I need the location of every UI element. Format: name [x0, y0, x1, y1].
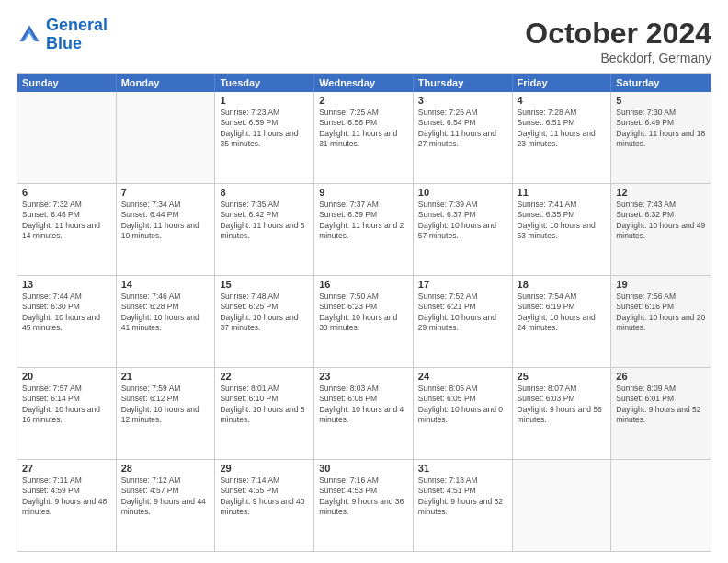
calendar-cell-1-0: 6Sunrise: 7:32 AM Sunset: 6:46 PM Daylig…	[17, 184, 117, 275]
calendar-row-4: 27Sunrise: 7:11 AM Sunset: 4:59 PM Dayli…	[17, 459, 711, 551]
day-number-8: 8	[220, 187, 309, 198]
calendar-cell-1-3: 9Sunrise: 7:37 AM Sunset: 6:39 PM Daylig…	[314, 184, 414, 275]
weekday-thursday: Thursday	[414, 74, 513, 92]
location: Beckdorf, Germany	[525, 51, 711, 65]
day-number-21: 21	[121, 371, 210, 382]
calendar-cell-2-6: 19Sunrise: 7:56 AM Sunset: 6:16 PM Dayli…	[611, 276, 711, 367]
page: General Blue October 2024 Beckdorf, Germ…	[0, 0, 728, 563]
calendar-cell-0-6: 5Sunrise: 7:30 AM Sunset: 6:49 PM Daylig…	[611, 92, 711, 183]
cell-info-24: Sunrise: 8:05 AM Sunset: 6:05 PM Dayligh…	[418, 384, 507, 426]
cell-info-4: Sunrise: 7:28 AM Sunset: 6:51 PM Dayligh…	[518, 108, 607, 150]
day-number-27: 27	[22, 463, 111, 474]
day-number-3: 3	[418, 95, 507, 106]
calendar: Sunday Monday Tuesday Wednesday Thursday…	[17, 73, 711, 552]
calendar-cell-0-3: 2Sunrise: 7:25 AM Sunset: 6:56 PM Daylig…	[314, 92, 414, 183]
cell-info-9: Sunrise: 7:37 AM Sunset: 6:39 PM Dayligh…	[319, 200, 408, 242]
weekday-monday: Monday	[117, 74, 216, 92]
cell-info-23: Sunrise: 8:03 AM Sunset: 6:08 PM Dayligh…	[319, 384, 408, 426]
day-number-13: 13	[22, 279, 111, 290]
day-number-9: 9	[319, 187, 408, 198]
calendar-cell-2-2: 15Sunrise: 7:48 AM Sunset: 6:25 PM Dayli…	[215, 276, 314, 367]
calendar-cell-0-2: 1Sunrise: 7:23 AM Sunset: 6:59 PM Daylig…	[215, 92, 314, 183]
calendar-cell-2-4: 17Sunrise: 7:52 AM Sunset: 6:21 PM Dayli…	[414, 276, 513, 367]
cell-info-31: Sunrise: 7:18 AM Sunset: 4:51 PM Dayligh…	[418, 476, 507, 518]
cell-info-29: Sunrise: 7:14 AM Sunset: 4:55 PM Dayligh…	[220, 476, 309, 518]
calendar-cell-0-4: 3Sunrise: 7:26 AM Sunset: 6:54 PM Daylig…	[414, 92, 513, 183]
day-number-11: 11	[518, 187, 607, 198]
logo-general: General	[46, 16, 108, 34]
logo-icon	[17, 22, 42, 48]
cell-info-27: Sunrise: 7:11 AM Sunset: 4:59 PM Dayligh…	[22, 476, 111, 518]
weekday-tuesday: Tuesday	[215, 74, 314, 92]
calendar-cell-4-3: 30Sunrise: 7:16 AM Sunset: 4:53 PM Dayli…	[314, 460, 414, 551]
weekday-friday: Friday	[513, 74, 612, 92]
calendar-cell-2-5: 18Sunrise: 7:54 AM Sunset: 6:19 PM Dayli…	[513, 276, 612, 367]
calendar-header: Sunday Monday Tuesday Wednesday Thursday…	[17, 74, 711, 92]
cell-info-17: Sunrise: 7:52 AM Sunset: 6:21 PM Dayligh…	[418, 292, 507, 334]
cell-info-12: Sunrise: 7:43 AM Sunset: 6:32 PM Dayligh…	[616, 200, 706, 242]
logo-blue: Blue	[46, 34, 82, 52]
cell-info-13: Sunrise: 7:44 AM Sunset: 6:30 PM Dayligh…	[22, 292, 111, 334]
day-number-26: 26	[616, 371, 706, 382]
weekday-wednesday: Wednesday	[314, 74, 414, 92]
cell-info-22: Sunrise: 8:01 AM Sunset: 6:10 PM Dayligh…	[220, 384, 309, 426]
calendar-cell-0-5: 4Sunrise: 7:28 AM Sunset: 6:51 PM Daylig…	[513, 92, 612, 183]
calendar-cell-0-1	[117, 92, 216, 183]
calendar-cell-3-6: 26Sunrise: 8:09 AM Sunset: 6:01 PM Dayli…	[611, 368, 711, 459]
calendar-row-1: 6Sunrise: 7:32 AM Sunset: 6:46 PM Daylig…	[17, 183, 711, 275]
calendar-cell-1-1: 7Sunrise: 7:34 AM Sunset: 6:44 PM Daylig…	[117, 184, 216, 275]
weekday-saturday: Saturday	[611, 74, 711, 92]
day-number-14: 14	[121, 279, 210, 290]
calendar-cell-2-0: 13Sunrise: 7:44 AM Sunset: 6:30 PM Dayli…	[17, 276, 117, 367]
cell-info-3: Sunrise: 7:26 AM Sunset: 6:54 PM Dayligh…	[418, 108, 507, 150]
day-number-6: 6	[22, 187, 111, 198]
day-number-23: 23	[319, 371, 408, 382]
day-number-15: 15	[220, 279, 309, 290]
calendar-cell-4-5	[513, 460, 612, 551]
calendar-cell-3-4: 24Sunrise: 8:05 AM Sunset: 6:05 PM Dayli…	[414, 368, 513, 459]
day-number-28: 28	[121, 463, 210, 474]
day-number-2: 2	[319, 95, 408, 106]
calendar-cell-3-3: 23Sunrise: 8:03 AM Sunset: 6:08 PM Dayli…	[314, 368, 414, 459]
calendar-cell-2-3: 16Sunrise: 7:50 AM Sunset: 6:23 PM Dayli…	[314, 276, 414, 367]
day-number-12: 12	[616, 187, 706, 198]
calendar-row-0: 1Sunrise: 7:23 AM Sunset: 6:59 PM Daylig…	[17, 92, 711, 183]
calendar-row-3: 20Sunrise: 7:57 AM Sunset: 6:14 PM Dayli…	[17, 367, 711, 459]
cell-info-5: Sunrise: 7:30 AM Sunset: 6:49 PM Dayligh…	[616, 108, 706, 150]
calendar-cell-3-5: 25Sunrise: 8:07 AM Sunset: 6:03 PM Dayli…	[513, 368, 612, 459]
cell-info-16: Sunrise: 7:50 AM Sunset: 6:23 PM Dayligh…	[319, 292, 408, 334]
calendar-cell-4-4: 31Sunrise: 7:18 AM Sunset: 4:51 PM Dayli…	[414, 460, 513, 551]
cell-info-30: Sunrise: 7:16 AM Sunset: 4:53 PM Dayligh…	[319, 476, 408, 518]
day-number-4: 4	[518, 95, 607, 106]
calendar-row-2: 13Sunrise: 7:44 AM Sunset: 6:30 PM Dayli…	[17, 275, 711, 367]
day-number-19: 19	[616, 279, 706, 290]
calendar-cell-3-1: 21Sunrise: 7:59 AM Sunset: 6:12 PM Dayli…	[117, 368, 216, 459]
cell-info-25: Sunrise: 8:07 AM Sunset: 6:03 PM Dayligh…	[518, 384, 607, 426]
cell-info-18: Sunrise: 7:54 AM Sunset: 6:19 PM Dayligh…	[518, 292, 607, 334]
day-number-29: 29	[220, 463, 309, 474]
calendar-cell-3-0: 20Sunrise: 7:57 AM Sunset: 6:14 PM Dayli…	[17, 368, 117, 459]
day-number-18: 18	[518, 279, 607, 290]
cell-info-7: Sunrise: 7:34 AM Sunset: 6:44 PM Dayligh…	[121, 200, 210, 242]
cell-info-20: Sunrise: 7:57 AM Sunset: 6:14 PM Dayligh…	[22, 384, 111, 426]
day-number-31: 31	[418, 463, 507, 474]
logo: General Blue	[17, 17, 108, 53]
calendar-cell-1-2: 8Sunrise: 7:35 AM Sunset: 6:42 PM Daylig…	[215, 184, 314, 275]
title-block: October 2024 Beckdorf, Germany	[525, 17, 711, 65]
cell-info-19: Sunrise: 7:56 AM Sunset: 6:16 PM Dayligh…	[616, 292, 706, 334]
day-number-1: 1	[220, 95, 309, 106]
cell-info-15: Sunrise: 7:48 AM Sunset: 6:25 PM Dayligh…	[220, 292, 309, 334]
cell-info-8: Sunrise: 7:35 AM Sunset: 6:42 PM Dayligh…	[220, 200, 309, 242]
cell-info-28: Sunrise: 7:12 AM Sunset: 4:57 PM Dayligh…	[121, 476, 210, 518]
cell-info-26: Sunrise: 8:09 AM Sunset: 6:01 PM Dayligh…	[616, 384, 706, 426]
calendar-cell-4-6	[611, 460, 711, 551]
calendar-cell-0-0	[17, 92, 117, 183]
calendar-cell-4-0: 27Sunrise: 7:11 AM Sunset: 4:59 PM Dayli…	[17, 460, 117, 551]
calendar-body: 1Sunrise: 7:23 AM Sunset: 6:59 PM Daylig…	[17, 92, 711, 551]
calendar-cell-3-2: 22Sunrise: 8:01 AM Sunset: 6:10 PM Dayli…	[215, 368, 314, 459]
calendar-cell-1-5: 11Sunrise: 7:41 AM Sunset: 6:35 PM Dayli…	[513, 184, 612, 275]
cell-info-21: Sunrise: 7:59 AM Sunset: 6:12 PM Dayligh…	[121, 384, 210, 426]
day-number-24: 24	[418, 371, 507, 382]
calendar-cell-1-4: 10Sunrise: 7:39 AM Sunset: 6:37 PM Dayli…	[414, 184, 513, 275]
calendar-cell-1-6: 12Sunrise: 7:43 AM Sunset: 6:32 PM Dayli…	[611, 184, 711, 275]
